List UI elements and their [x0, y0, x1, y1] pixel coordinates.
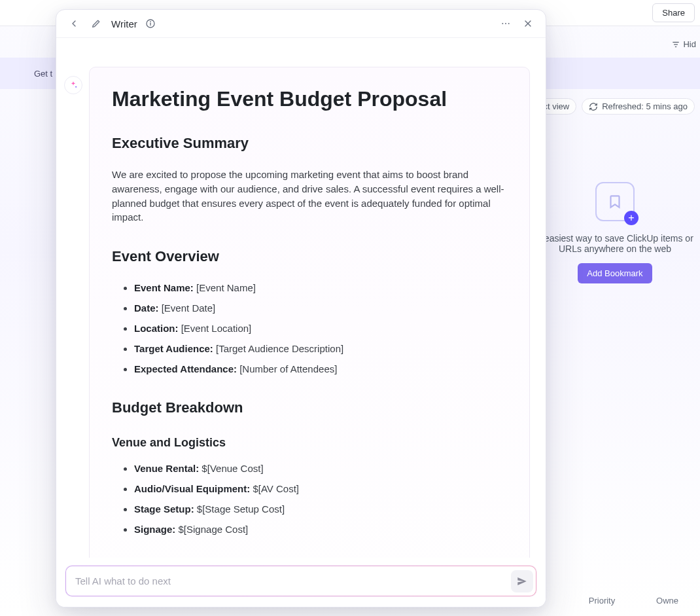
item-value: $[Signage Cost] — [175, 524, 248, 535]
send-button[interactable] — [511, 570, 533, 592]
list-item: Event Name: [Event Name] — [134, 281, 507, 295]
bookmark-text: e easiest way to save ClickUp items or U… — [535, 233, 695, 254]
svg-point-8 — [508, 23, 510, 24]
column-owner: Owne — [635, 596, 700, 606]
exec-summary-body: We are excited to propose the upcoming m… — [112, 168, 507, 225]
panel-header: Writer — [56, 10, 546, 38]
hide-label: Hid — [683, 39, 696, 49]
item-value: [Target Audience Description] — [213, 343, 343, 354]
close-icon — [523, 18, 533, 29]
edit-button[interactable] — [89, 16, 103, 31]
doc-title: Marketing Event Budget Proposal — [112, 87, 507, 111]
chevron-left-icon — [69, 18, 79, 29]
bookmark-illustration: + — [595, 182, 635, 221]
event-overview-heading: Event Overview — [112, 248, 507, 265]
list-item: Date: [Event Date] — [134, 301, 507, 315]
list-item: Audio/Visual Equipment: $[AV Cost] — [134, 482, 507, 496]
item-label: Event Name: — [134, 282, 194, 293]
add-bookmark-button[interactable]: Add Bookmark — [578, 263, 652, 283]
venue-logistics-heading: Venue and Logistics — [112, 436, 507, 450]
writer-panel: Writer Marketing Event Budget Proposal E… — [56, 9, 546, 607]
list-item: Expected Attendance: [Number of Attendee… — [134, 362, 507, 376]
back-button[interactable] — [67, 16, 81, 31]
item-value: [Number of Attendees] — [237, 363, 337, 374]
refreshed-indicator[interactable]: Refreshed: 5 mins ago — [582, 98, 695, 115]
list-item: Location: [Event Location] — [134, 321, 507, 335]
venue-logistics-list: Venue Rental: $[Venue Cost] Audio/Visual… — [112, 462, 507, 536]
filter-icon — [671, 40, 680, 49]
panel-scroll[interactable]: Marketing Event Budget Proposal Executiv… — [56, 38, 546, 558]
pencil-icon — [91, 18, 101, 29]
close-button[interactable] — [521, 16, 535, 31]
panel-title: Writer — [111, 18, 137, 29]
refreshed-label: Refreshed: 5 mins ago — [602, 101, 688, 111]
item-label: Stage Setup: — [134, 503, 194, 515]
svg-point-7 — [505, 23, 506, 24]
info-icon — [145, 18, 156, 29]
promo-text: Get t — [34, 69, 52, 79]
send-icon — [516, 575, 528, 587]
share-button[interactable]: Share — [652, 3, 695, 22]
item-value: [Event Name] — [194, 282, 256, 293]
info-button[interactable] — [145, 18, 156, 29]
bookmark-card: + e easiest way to save ClickUp items or… — [530, 182, 700, 283]
item-label: Venue Rental: — [134, 463, 199, 474]
item-label: Target Audience: — [134, 343, 213, 354]
ai-input-container — [65, 566, 536, 596]
svg-point-6 — [502, 23, 503, 24]
sparkle-icon — [69, 81, 78, 90]
plus-badge-icon: + — [624, 211, 639, 225]
item-value: [Event Location] — [179, 323, 252, 334]
item-label: Signage: — [134, 524, 175, 535]
ellipsis-icon — [500, 18, 511, 29]
event-overview-list: Event Name: [Event Name] Date: [Event Da… — [112, 281, 507, 376]
item-value: [Event Date] — [159, 302, 216, 314]
list-item: Stage Setup: $[Stage Setup Cost] — [134, 502, 507, 516]
ai-chip — [64, 76, 82, 94]
more-button[interactable] — [499, 16, 513, 31]
item-value: $[Stage Setup Cost] — [194, 503, 285, 515]
exec-summary-heading: Executive Summary — [112, 135, 507, 152]
item-value: $[AV Cost] — [250, 483, 299, 494]
refresh-icon — [589, 102, 598, 111]
item-label: Audio/Visual Equipment: — [134, 483, 250, 494]
budget-breakdown-heading: Budget Breakdown — [112, 399, 507, 416]
item-label: Location: — [134, 323, 179, 334]
list-item: Signage: $[Signage Cost] — [134, 522, 507, 536]
hide-toggle[interactable]: Hid — [667, 37, 700, 52]
column-priority: Priority — [569, 596, 635, 606]
document-card: Marketing Event Budget Proposal Executiv… — [89, 67, 530, 558]
item-value: $[Venue Cost] — [199, 463, 263, 474]
panel-footer — [56, 558, 546, 607]
item-label: Expected Attendance: — [134, 363, 237, 374]
svg-point-5 — [150, 22, 150, 22]
bookmark-icon — [606, 193, 623, 210]
ai-input[interactable] — [75, 569, 511, 593]
list-item: Target Audience: [Target Audience Descri… — [134, 342, 507, 355]
item-label: Date: — [134, 302, 159, 314]
list-item: Venue Rental: $[Venue Cost] — [134, 462, 507, 475]
